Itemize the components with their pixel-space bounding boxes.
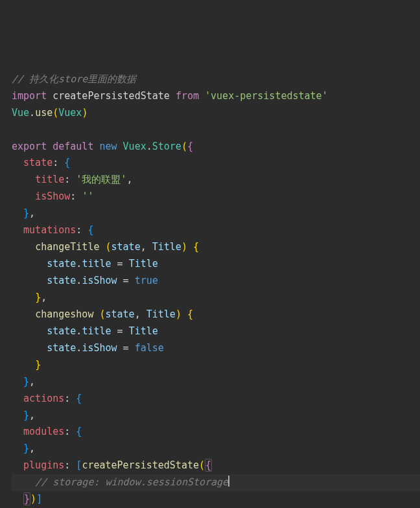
code-line: })] (12, 491, 420, 508)
code-line: mutations: { (12, 222, 420, 239)
comment: // storage: window.sessionStorage (35, 476, 228, 488)
code-line: modules: { (12, 424, 420, 441)
code-line: }, (12, 290, 420, 306)
code-line: } (12, 357, 420, 374)
code-line: }, (12, 408, 420, 424)
code-line (12, 122, 420, 139)
code-line: state.isShow = true (12, 273, 420, 290)
code-editor[interactable]: // 持久化store里面的数据import createPersistedSt… (12, 71, 420, 508)
code-line: // 持久化store里面的数据 (12, 71, 420, 88)
code-line: Vue.use(Vuex) (12, 105, 420, 122)
code-line: state.title = Title (12, 323, 420, 340)
code-line: actions: { (12, 391, 420, 408)
code-line: }, (12, 441, 420, 457)
code-line-active: // storage: window.sessionStorage (12, 474, 420, 491)
code-line: }, (12, 205, 420, 222)
code-line: changeshow (state, Title) { (12, 306, 420, 323)
code-line: import createPersistedState from 'vuex-p… (12, 88, 420, 105)
code-line: isShow: '' (12, 189, 420, 205)
code-line: }, (12, 374, 420, 391)
code-line: title: '我的联盟', (12, 172, 420, 189)
code-line: export default new Vuex.Store({ (12, 139, 420, 156)
text-cursor (228, 476, 229, 487)
code-line: state.title = Title (12, 256, 420, 273)
code-line: state: { (12, 155, 420, 172)
code-line: changeTitle (state, Title) { (12, 239, 420, 256)
comment: // 持久化store里面的数据 (12, 73, 136, 85)
code-line: state.isShow = false (12, 340, 420, 357)
code-line: plugins: [createPersistedState({ (12, 457, 420, 474)
